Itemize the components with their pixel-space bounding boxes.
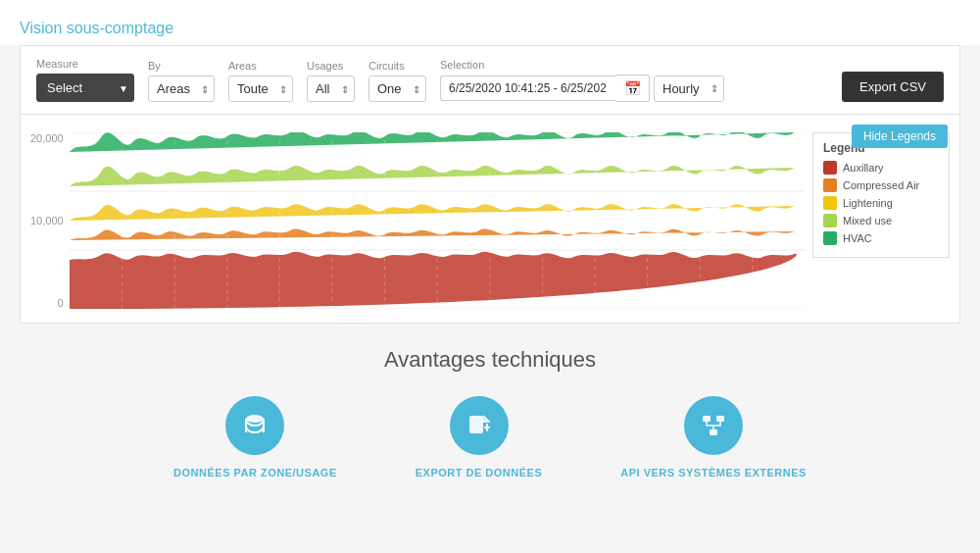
legend-item-hvac: HVAC xyxy=(823,231,939,245)
feature-label-data: DONNÉES PAR ZONE/USAGE xyxy=(173,467,337,478)
lightening-label: Lightening xyxy=(843,197,893,209)
feature-label-api: API VERS SYSTÈMES EXTERNES xyxy=(620,467,807,478)
areas-select-wrapper: Toute ⇕ xyxy=(228,75,293,102)
lightening-color xyxy=(823,196,837,210)
selection-label: Selection xyxy=(440,59,724,71)
by-group: By Areas ⇕ xyxy=(148,60,215,102)
measure-select-wrapper: Select ▼ xyxy=(36,74,134,102)
measure-select[interactable]: Select xyxy=(36,74,134,102)
avantages-title: Avantages techniques xyxy=(20,347,960,373)
chart-area: 20,000 10,000 0 xyxy=(30,132,950,313)
feature-item-export: EXPORT DE DONNÉES xyxy=(416,396,543,478)
hourly-select[interactable]: Hourly xyxy=(654,75,724,102)
hourly-select-wrapper: Hourly ⇕ xyxy=(654,75,724,102)
api-icon xyxy=(684,396,743,455)
hvac-label: HVAC xyxy=(843,232,872,244)
by-label: By xyxy=(148,60,215,72)
features-row: DONNÉES PAR ZONE/USAGE EXPORT DE DONNÉES xyxy=(20,396,960,478)
areas-select[interactable]: Toute xyxy=(228,75,293,102)
selection-group: Selection 📅 Hourly ⇕ xyxy=(440,59,724,102)
by-select[interactable]: Areas xyxy=(148,75,215,102)
export-icon xyxy=(450,396,509,455)
page-title: Vision sous-comptage xyxy=(20,10,960,45)
feature-label-export: EXPORT DE DONNÉES xyxy=(416,467,543,478)
export-group: Export CSV xyxy=(842,72,944,102)
circuits-group: Circuits One ⇕ xyxy=(368,60,426,102)
usages-label: Usages xyxy=(307,60,355,72)
chart-svg xyxy=(70,132,805,309)
date-group: 📅 Hourly ⇕ xyxy=(440,75,724,102)
auxiliary-label: Auxillary xyxy=(843,162,884,174)
svg-rect-18 xyxy=(469,416,483,433)
by-select-wrapper: Areas ⇕ xyxy=(148,75,215,102)
auxiliary-color xyxy=(823,161,837,175)
areas-label: Areas xyxy=(228,60,293,72)
chart-section: Hide Legends 20,000 10,000 0 xyxy=(20,115,960,324)
database-icon xyxy=(225,396,284,455)
measure-group: Measure Select ▼ xyxy=(36,58,134,102)
legend-item-lightening: Lightening xyxy=(823,196,939,210)
hvac-color xyxy=(823,231,837,245)
hide-legends-button[interactable]: Hide Legends xyxy=(852,125,948,148)
y-axis-mid: 10,000 xyxy=(30,215,64,226)
compressed-air-label: Compressed Air xyxy=(843,179,919,191)
measure-label: Measure xyxy=(36,58,134,70)
svg-point-17 xyxy=(246,415,264,423)
y-axis: 20,000 10,000 0 xyxy=(30,132,70,309)
date-input[interactable] xyxy=(440,75,616,101)
feature-item-data: DONNÉES PAR ZONE/USAGE xyxy=(173,396,337,478)
calendar-button[interactable]: 📅 xyxy=(616,75,650,102)
y-axis-top: 20,000 xyxy=(30,132,64,144)
feature-item-api: API VERS SYSTÈMES EXTERNES xyxy=(620,396,807,478)
legend-item-mixed-use: Mixed use xyxy=(823,214,939,227)
usages-select-wrapper: All ⇕ xyxy=(307,75,355,102)
usages-group: Usages All ⇕ xyxy=(307,60,355,102)
y-axis-bottom: 0 xyxy=(58,297,64,309)
circuits-label: Circuits xyxy=(368,60,426,72)
svg-rect-19 xyxy=(703,416,710,422)
circuits-select[interactable]: One xyxy=(368,75,426,102)
mixed-use-label: Mixed use xyxy=(843,215,892,226)
controls-bar: Measure Select ▼ By Areas ⇕ Areas Toute … xyxy=(20,45,960,115)
legend-box: Legend Auxillary Compressed Air Lighteni… xyxy=(812,132,950,258)
usages-select[interactable]: All xyxy=(307,75,355,102)
compressed-air-color xyxy=(823,178,837,192)
chart-wrapper xyxy=(70,132,805,313)
mixed-use-color xyxy=(823,214,837,227)
areas-group: Areas Toute ⇕ xyxy=(228,60,293,102)
circuits-select-wrapper: One ⇕ xyxy=(368,75,426,102)
legend-item-auxiliary: Auxillary xyxy=(823,161,939,175)
svg-rect-21 xyxy=(710,429,717,435)
export-csv-button[interactable]: Export CSV xyxy=(842,72,944,102)
legend-item-compressed-air: Compressed Air xyxy=(823,178,939,192)
bottom-section: Avantages techniques DONNÉES PAR ZONE/US… xyxy=(0,324,980,478)
svg-rect-20 xyxy=(716,416,724,422)
